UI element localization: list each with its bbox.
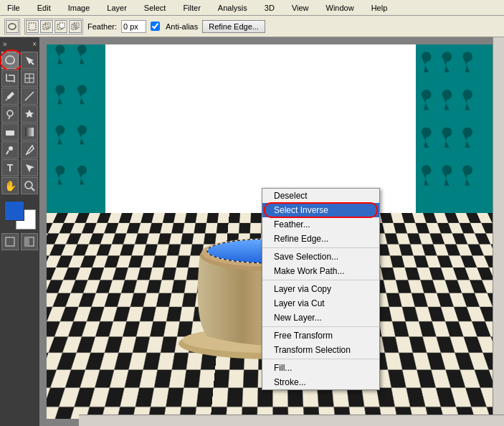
- gradient-btn[interactable]: [21, 123, 38, 141]
- eyedropper-tool-btn[interactable]: [1, 87, 19, 105]
- canvas-area[interactable]: Deselect Select Inverse Feather... Refin…: [39, 37, 504, 426]
- svg-rect-29: [25, 237, 29, 246]
- tools-expand-icon[interactable]: »: [3, 40, 7, 48]
- ctx-layer-via-cut[interactable]: Layer via Cut: [262, 296, 379, 311]
- svg-line-18: [27, 97, 29, 98]
- tools-row-4: [1, 105, 38, 123]
- clone-stamp-btn[interactable]: [21, 105, 38, 123]
- menu-file[interactable]: File: [3, 2, 24, 14]
- ctx-feather[interactable]: Feather...: [262, 217, 379, 232]
- ctx-separator-2: [262, 280, 379, 280]
- foreground-color-swatch[interactable]: [4, 201, 24, 221]
- svg-rect-21: [6, 131, 14, 136]
- zoom-tool-btn[interactable]: [21, 177, 38, 194]
- antialias-checkbox[interactable]: [151, 22, 160, 31]
- ctx-select-inverse[interactable]: Select Inverse: [262, 203, 379, 217]
- tool-preset-group: [4, 19, 20, 34]
- svg-line-16: [6, 99, 7, 100]
- tools-row-3: [1, 87, 38, 105]
- tools-panel: » ×: [0, 37, 39, 426]
- menu-window[interactable]: Window: [322, 2, 358, 14]
- menu-select[interactable]: Select: [140, 2, 171, 14]
- selection-tool-btn[interactable]: [21, 52, 38, 69]
- svg-rect-8: [74, 24, 77, 28]
- tools-row-1: [1, 52, 38, 69]
- tools-row-7: T: [1, 159, 38, 176]
- options-bar: Feather: Anti-alias Refine Edge...: [0, 16, 504, 37]
- add-selection-btn[interactable]: [40, 20, 53, 33]
- svg-point-0: [9, 24, 16, 29]
- svg-rect-1: [29, 23, 36, 30]
- tools-row-6: [1, 141, 38, 158]
- menu-edit[interactable]: Edit: [33, 2, 55, 14]
- hand-tool-btn[interactable]: ✋: [1, 177, 19, 194]
- slice-tool-btn[interactable]: [21, 70, 38, 87]
- lasso-tool-btn[interactable]: [1, 52, 19, 69]
- svg-line-24: [6, 151, 9, 154]
- svg-rect-5: [60, 23, 65, 28]
- ruler-tool-btn[interactable]: [21, 87, 38, 105]
- menu-filter[interactable]: Filter: [179, 2, 204, 14]
- antialias-label: Anti-alias: [166, 22, 198, 31]
- context-menu: Deselect Select Inverse Feather... Refin…: [262, 188, 380, 390]
- main-area: » ×: [0, 37, 504, 426]
- menu-3d[interactable]: 3D: [260, 2, 279, 14]
- ctx-make-work-path[interactable]: Make Work Path...: [262, 264, 379, 278]
- svg-point-25: [25, 181, 32, 189]
- refine-edge-button[interactable]: Refine Edge...: [202, 20, 265, 33]
- svg-line-26: [32, 188, 34, 191]
- path-selection-btn[interactable]: [21, 159, 38, 176]
- scene: Deselect Select Inverse Feather... Refin…: [47, 44, 497, 419]
- ctx-separator-4: [262, 359, 379, 359]
- vertical-scrollbar[interactable]: [493, 37, 504, 415]
- menu-help[interactable]: Help: [367, 2, 392, 14]
- svg-rect-22: [25, 128, 34, 136]
- dodge-btn[interactable]: [1, 141, 19, 158]
- ctx-deselect[interactable]: Deselect: [262, 189, 379, 203]
- text-tool-btn[interactable]: T: [1, 159, 19, 176]
- photoshop-app: File Edit Image Layer Select Filter Anal…: [0, 0, 504, 426]
- ctx-separator-3: [262, 326, 379, 327]
- svg-point-23: [9, 146, 13, 151]
- quick-mask-btn[interactable]: [21, 233, 38, 250]
- subtract-selection-btn[interactable]: [54, 20, 67, 33]
- tools-row-5: [1, 123, 38, 141]
- intersect-selection-btn[interactable]: [69, 20, 82, 33]
- feather-input[interactable]: [121, 20, 146, 33]
- ctx-transform-selection[interactable]: Transform Selection: [262, 343, 379, 357]
- horizontal-scrollbar[interactable]: [79, 415, 504, 426]
- menu-image[interactable]: Image: [64, 2, 95, 14]
- ctx-new-layer[interactable]: New Layer...: [262, 311, 379, 325]
- tools-row-2: [1, 70, 38, 87]
- tools-close-icon[interactable]: ×: [32, 40, 37, 48]
- eraser-btn[interactable]: [1, 123, 19, 141]
- mask-row: [1, 233, 38, 250]
- ctx-stroke[interactable]: Stroke...: [262, 375, 379, 389]
- ctx-fill[interactable]: Fill...: [262, 361, 379, 375]
- svg-line-20: [9, 116, 10, 119]
- ctx-separator-1: [262, 247, 379, 248]
- svg-point-19: [7, 110, 13, 116]
- feather-label: Feather:: [87, 22, 117, 31]
- menu-analysis[interactable]: Analysis: [214, 2, 252, 14]
- ctx-save-selection[interactable]: Save Selection...: [262, 250, 379, 264]
- selection-mode-group: [24, 19, 83, 34]
- svg-line-17: [25, 92, 34, 100]
- menu-view[interactable]: View: [287, 2, 313, 14]
- tools-row-8: ✋: [1, 177, 38, 194]
- ctx-refine-edge[interactable]: Refine Edge...: [262, 232, 379, 246]
- menu-bar: File Edit Image Layer Select Filter Anal…: [0, 0, 504, 16]
- tool-preset-btn[interactable]: [6, 20, 19, 33]
- color-swatches: [4, 201, 36, 229]
- new-selection-btn[interactable]: [26, 20, 39, 33]
- pen-tool-btn[interactable]: [21, 141, 38, 158]
- crop-tool-btn[interactable]: [1, 70, 19, 87]
- menu-layer[interactable]: Layer: [103, 2, 131, 14]
- ctx-layer-via-copy[interactable]: Layer via Copy: [262, 282, 379, 296]
- svg-rect-27: [6, 237, 14, 246]
- spot-heal-btn[interactable]: [1, 105, 19, 123]
- ctx-free-transform[interactable]: Free Transform: [262, 328, 379, 343]
- tools-panel-header: » ×: [1, 40, 38, 48]
- standard-mode-btn[interactable]: [1, 233, 19, 250]
- photoshop-canvas: Deselect Select Inverse Feather... Refin…: [47, 44, 497, 419]
